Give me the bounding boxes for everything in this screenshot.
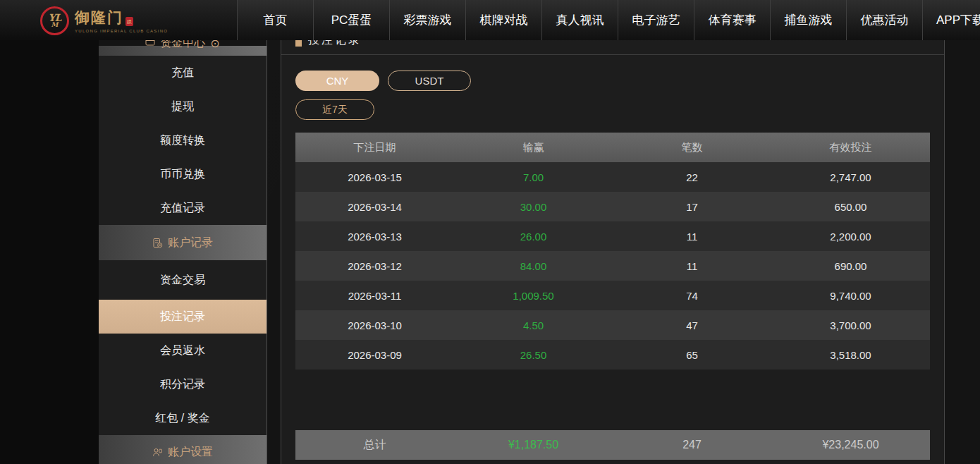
table-total-row: 总计 ¥1,187.50 247 ¥23,245.00 [295,430,930,460]
cell-bet-count: 11 [613,231,771,243]
total-win-amount: ¥1,187.50 [454,439,613,451]
page-background-strip [0,40,99,464]
date-range-filter-button[interactable]: 近7天 [295,99,374,120]
cell-win-loss: 7.00 [454,171,613,183]
column-header-3: 有效投注 [771,141,930,154]
table-row: 2026-03-1326.00112,200.00 [295,221,930,251]
page-title-row: 投注记录 [281,40,944,55]
sidebar-section-funds-label: 资金中心 [160,40,205,51]
total-bet-count: 247 [613,439,771,451]
refresh-icon[interactable]: ⊙ [210,40,219,50]
table-body: 2026-03-157.00222,747.002026-03-1430.001… [295,162,930,370]
sidebar-section-label: 账户设置 [168,445,213,460]
sidebar-item-points-records[interactable]: 积分记录 [99,367,267,401]
currency-tab-usdt[interactable]: USDT [388,71,471,91]
cell-bet-date: 2026-03-15 [295,171,454,183]
sidebar-item-fund-transactions[interactable]: 资金交易 [99,260,267,300]
nav-menu: 首页PC蛋蛋彩票游戏棋牌对战真人视讯电子游艺体育赛事捕鱼游戏优惠活动APP下载 [237,0,980,40]
brand-stamp: 娱 [125,17,133,26]
cell-bet-count: 47 [613,319,771,331]
cell-valid-bet: 2,200.00 [771,231,930,243]
sidebar-item-member-rebate[interactable]: 会员返水 [99,334,267,367]
column-header-0: 下注日期 [295,141,454,154]
nav-item-fishing-games[interactable]: 捕鱼游戏 [770,0,846,40]
table-row: 2026-03-104.50473,700.00 [295,310,930,340]
sidebar: 资金中心 ⊙ 充值提现额度转换币币兑换充值记录账户记录资金交易投注记录会员返水积… [99,40,267,464]
cell-bet-date: 2026-03-10 [295,319,454,331]
cell-valid-bet: 9,740.00 [771,290,930,302]
sidebar-item-betting-records[interactable]: 投注记录 [99,300,267,334]
ledger-icon [152,238,163,248]
nav-item-promotions[interactable]: 优惠活动 [846,0,922,40]
nav-item-live-casino[interactable]: 真人视讯 [541,0,618,40]
cell-valid-bet: 3,518.00 [771,349,930,361]
cell-bet-date: 2026-03-13 [295,231,454,243]
cell-bet-count: 17 [613,201,771,213]
cell-win-loss: 4.50 [454,319,613,331]
table-row: 2026-03-157.00222,747.00 [295,162,930,192]
brand-logo[interactable]: YL M 御隆门 娱 YULONG IMPERIAL CLUB CASINO [40,4,168,37]
nav-item-sports[interactable]: 体育赛事 [694,0,770,40]
brand-text-block: 御隆门 娱 YULONG IMPERIAL CLUB CASINO [75,8,168,33]
brand-logo-icon: YL M [40,6,69,35]
title-bullet [295,40,302,47]
cell-bet-date: 2026-03-12 [295,260,454,272]
sidebar-item-withdraw[interactable]: 提现 [99,90,267,123]
nav-item-home[interactable]: 首页 [237,0,313,40]
total-label: 总计 [295,438,454,453]
cell-bet-count: 65 [613,349,771,361]
sidebar-item-coin-exchange[interactable]: 币币兑换 [99,157,267,191]
main-panel: 投注记录 CNY USDT 近7天 下注日期输赢笔数有效投注 2026-03-1… [281,40,945,464]
cell-win-loss: 30.00 [454,201,613,213]
column-header-1: 输赢 [454,141,613,154]
total-valid-bet: ¥23,245.00 [771,439,930,451]
nav-item-lottery-games[interactable]: 彩票游戏 [389,0,465,40]
sidebar-section-label: 账户记录 [168,236,213,250]
cell-win-loss: 1,009.50 [454,290,613,302]
cell-bet-count: 74 [613,290,771,302]
cell-valid-bet: 2,747.00 [771,171,930,183]
currency-tab-cny[interactable]: CNY [295,71,379,91]
table-row: 2026-03-111,009.50749,740.00 [295,281,930,310]
sidebar-item-redpacket-bonus[interactable]: 红包 / 奖金 [99,401,267,435]
brand-subtitle: YULONG IMPERIAL CLUB CASINO [75,29,168,33]
cell-bet-date: 2026-03-14 [295,201,454,213]
sidebar-item-recharge-records[interactable]: 充值记录 [99,191,267,225]
logo-monogram-bottom: M [51,22,59,28]
nav-item-slot-games[interactable]: 电子游艺 [618,0,694,40]
cell-valid-bet: 3,700.00 [771,319,930,331]
cell-bet-count: 22 [613,171,771,183]
cell-win-loss: 26.50 [454,349,613,361]
cell-bet-date: 2026-03-11 [295,290,454,302]
page-title: 投注记录 [308,40,362,48]
cell-valid-bet: 650.00 [771,201,930,213]
top-nav-bar: YL M 御隆门 娱 YULONG IMPERIAL CLUB CASINO 首… [0,0,980,40]
sidebar-items: 充值提现额度转换币币兑换充值记录账户记录资金交易投注记录会员返水积分记录红包 /… [99,56,267,464]
cell-win-loss: 84.00 [454,260,613,272]
cell-win-loss: 26.00 [454,231,613,243]
table-header-row: 下注日期输赢笔数有效投注 [295,133,930,162]
sidebar-section-funds: 资金中心 ⊙ [99,40,267,56]
sidebar-item-recharge[interactable]: 充值 [99,56,267,90]
nav-item-pc-dandan[interactable]: PC蛋蛋 [313,0,389,40]
user-icon [152,447,163,458]
table-row: 2026-03-1284.0011690.00 [295,251,930,281]
wallet-icon [145,40,155,49]
cell-bet-count: 11 [613,260,771,272]
table-row: 2026-03-0926.50653,518.00 [295,340,930,370]
sidebar-section-account-records: 账户记录 [99,225,267,260]
nav-item-app-download[interactable]: APP下载 [922,0,980,40]
sidebar-section-account-settings: 账户设置 [99,435,267,464]
betting-records-table: 下注日期输赢笔数有效投注 2026-03-157.00222,747.00202… [295,133,930,370]
nav-item-board-games[interactable]: 棋牌对战 [465,0,541,40]
cell-bet-date: 2026-03-09 [295,349,454,361]
table-row: 2026-03-1430.0017650.00 [295,192,930,221]
sidebar-item-quota-transfer[interactable]: 额度转换 [99,123,267,157]
column-header-2: 笔数 [613,141,771,154]
cell-valid-bet: 690.00 [771,260,930,272]
brand-name: 御隆门 [75,8,123,28]
